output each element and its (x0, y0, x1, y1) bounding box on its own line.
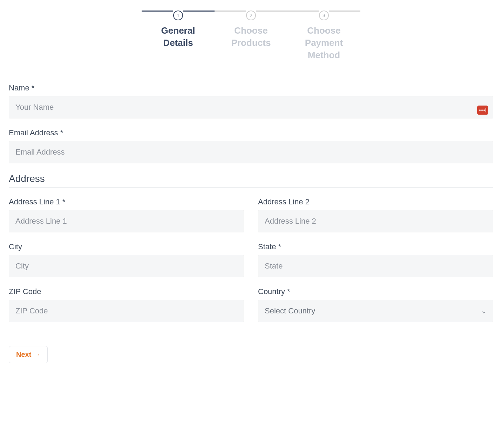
step-line-2-3a (256, 11, 287, 12)
step-1-circle: 1 (173, 11, 183, 20)
address-divider (9, 187, 493, 188)
step-3-circle: 3 (319, 11, 329, 20)
step-2-label: Choose Products (223, 25, 279, 49)
step-line-leading (142, 11, 173, 12)
step-line-trailing (329, 11, 360, 12)
step-line-1-2a (183, 11, 215, 12)
step-indicator: 1 General Details 2 Choose Products 3 Ch… (9, 11, 493, 20)
step-1-label: General Details (150, 25, 206, 49)
next-button[interactable]: Next → (9, 346, 48, 363)
address2-input[interactable] (258, 210, 493, 232)
step-line-2-3b (287, 11, 319, 12)
name-input[interactable] (9, 96, 493, 118)
city-label: City (9, 242, 244, 251)
zip-label: ZIP Code (9, 287, 244, 296)
country-label: Country * (258, 287, 493, 296)
city-input[interactable] (9, 255, 244, 277)
step-line-1-2b (215, 11, 246, 12)
address-section-title: Address (9, 173, 493, 184)
step-2[interactable]: 2 Choose Products (246, 11, 256, 20)
chevron-down-icon (481, 308, 487, 314)
address1-input[interactable] (9, 210, 244, 232)
address2-label: Address Line 2 (258, 197, 493, 206)
next-button-label: Next → (16, 351, 40, 359)
address1-label: Address Line 1 * (9, 197, 244, 206)
country-select[interactable]: Select Country (258, 300, 493, 322)
general-details-form: Name * Email Address * Address Address L… (9, 83, 493, 363)
email-input[interactable] (9, 141, 493, 163)
step-1[interactable]: 1 General Details (173, 11, 183, 20)
email-label: Email Address * (9, 128, 493, 137)
password-manager-icon[interactable] (477, 106, 488, 115)
country-select-placeholder: Select Country (265, 306, 315, 315)
zip-input[interactable] (9, 300, 244, 322)
name-label: Name * (9, 83, 493, 93)
step-3-label: Choose Payment Method (296, 25, 352, 61)
step-3[interactable]: 3 Choose Payment Method (319, 11, 329, 20)
step-2-circle: 2 (246, 11, 256, 20)
state-label: State * (258, 242, 493, 251)
state-input[interactable] (258, 255, 493, 277)
